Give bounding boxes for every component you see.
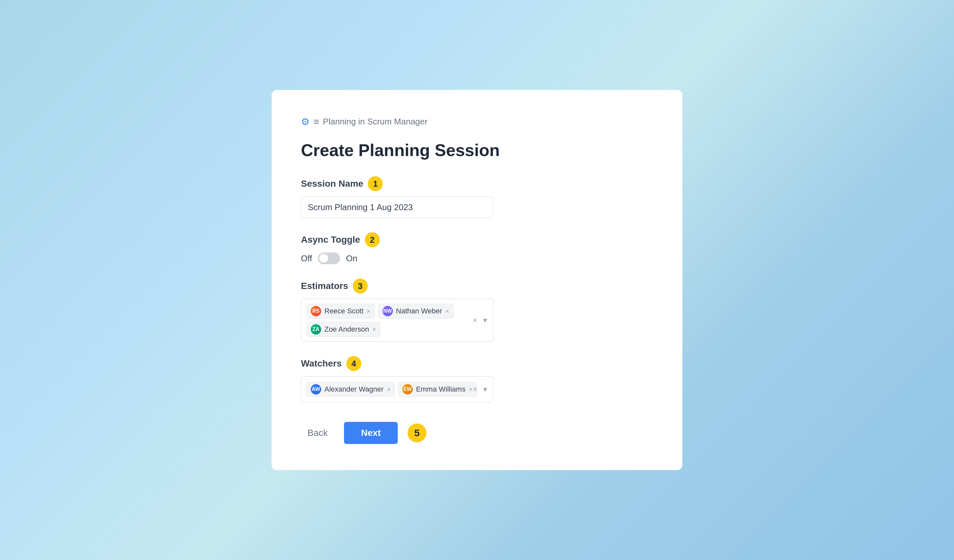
watcher-name-alexander: Alexander Wagner	[324, 385, 383, 394]
avatar-emma: EW	[402, 384, 413, 395]
off-label: Off	[301, 254, 312, 264]
watchers-select[interactable]: AW Alexander Wagner × EW Emma Williams ×…	[301, 376, 493, 402]
estimators-clear-button[interactable]: ×	[471, 314, 479, 326]
estimators-controls: × ▾	[471, 314, 488, 326]
step-badge-4: 4	[346, 356, 361, 371]
watchers-label: Watchers 4	[301, 356, 653, 371]
planning-icon: ⚙	[301, 116, 310, 128]
estimators-dropdown-button[interactable]: ▾	[482, 314, 488, 326]
step-badge-3: 3	[353, 278, 368, 294]
watcher-tag-alexander: AW Alexander Wagner ×	[307, 382, 395, 397]
breadcrumb-label: Planning in Scrum Manager	[323, 117, 427, 127]
breadcrumb: ⚙ ≡ Planning in Scrum Manager	[301, 116, 653, 128]
step-badge-2: 2	[365, 232, 380, 247]
session-name-input[interactable]	[301, 196, 493, 218]
estimators-label: Estimators 3	[301, 278, 653, 294]
estimator-tag-nathan: NW Nathan Weber ×	[378, 303, 454, 319]
estimator-name-zoe: Zoe Anderson	[324, 325, 369, 334]
watcher-name-emma: Emma Williams	[416, 385, 466, 394]
avatar-alexander: AW	[311, 384, 321, 395]
on-label: On	[346, 254, 357, 264]
session-name-label: Session Name 1	[301, 176, 653, 191]
step-badge-5: 5	[408, 423, 427, 442]
async-toggle-section: Async Toggle 2 Off On	[301, 232, 653, 264]
remove-zoe[interactable]: ×	[373, 326, 376, 333]
step-badge-1: 1	[368, 176, 383, 191]
toggle-row: Off On	[301, 252, 653, 264]
watcher-tag-emma: EW Emma Williams ×	[398, 382, 477, 397]
avatar-nathan: NW	[382, 306, 393, 316]
async-toggle-switch[interactable]	[318, 252, 340, 264]
estimator-tag-zoe: ZA Zoe Anderson ×	[307, 322, 380, 337]
session-name-section: Session Name 1	[301, 176, 653, 218]
remove-nathan[interactable]: ×	[445, 308, 449, 314]
watchers-controls: × ▾	[471, 383, 488, 395]
watchers-dropdown-button[interactable]: ▾	[482, 383, 488, 395]
estimators-section: Estimators 3 RS Reece Scott × NW Nathan …	[301, 278, 653, 342]
next-button[interactable]: Next	[344, 422, 398, 444]
watchers-section: Watchers 4 AW Alexander Wagner × EW Emma…	[301, 356, 653, 402]
estimators-select[interactable]: RS Reece Scott × NW Nathan Weber × ZA Zo…	[301, 299, 493, 342]
footer-actions: Back Next 5	[301, 422, 653, 444]
remove-reece[interactable]: ×	[367, 308, 371, 314]
page-title: Create Planning Session	[301, 140, 653, 160]
avatar-zoe: ZA	[311, 324, 321, 334]
main-card: ⚙ ≡ Planning in Scrum Manager Create Pla…	[271, 90, 683, 470]
back-button[interactable]: Back	[301, 424, 334, 442]
watchers-clear-button[interactable]: ×	[471, 383, 479, 395]
avatar-reece: RS	[311, 306, 321, 316]
estimator-name-reece: Reece Scott	[324, 307, 363, 315]
menu-icon: ≡	[314, 117, 319, 127]
async-toggle-label: Async Toggle 2	[301, 232, 653, 247]
estimator-tag-reece: RS Reece Scott ×	[307, 303, 375, 319]
remove-alexander[interactable]: ×	[387, 386, 391, 392]
estimator-name-nathan: Nathan Weber	[396, 307, 442, 315]
